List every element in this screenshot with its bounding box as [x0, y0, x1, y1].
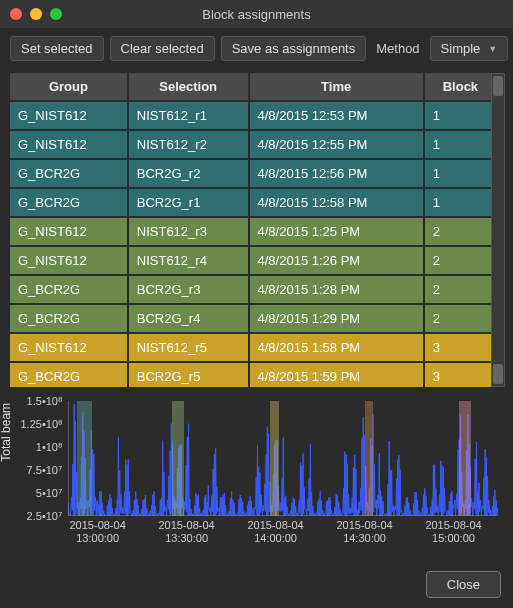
col-block[interactable]: Block [425, 73, 498, 102]
cell-time: 4/8/2015 12:56 PM [250, 160, 425, 189]
cell-selection: NIST612_r2 [129, 131, 250, 160]
cell-selection: BCR2G_r1 [129, 189, 250, 218]
cell-block: 2 [425, 218, 498, 247]
cell-selection: NIST612_r1 [129, 102, 250, 131]
block-band [77, 401, 92, 516]
ytick: 5•10⁷ [36, 487, 62, 500]
cell-selection: NIST612_r5 [129, 334, 250, 363]
cell-time: 4/8/2015 1:26 PM [250, 247, 425, 276]
cell-block: 2 [425, 247, 498, 276]
xtick: 2015-08-0414:00:00 [247, 519, 303, 545]
window-title: Block assignments [0, 7, 513, 22]
minimize-window-icon[interactable] [30, 8, 42, 20]
table-row[interactable]: G_BCR2GBCR2G_r54/8/2015 1:59 PM3 [10, 363, 498, 387]
table-row[interactable]: G_BCR2GBCR2G_r34/8/2015 1:28 PM2 [10, 276, 498, 305]
cell-block: 1 [425, 160, 498, 189]
method-label: Method [372, 41, 423, 56]
close-window-icon[interactable] [10, 8, 22, 20]
ytick: 1•10⁸ [36, 441, 62, 454]
cell-block: 2 [425, 276, 498, 305]
toolbar: Set selected Clear selected Save as assi… [0, 28, 513, 69]
table-row[interactable]: G_NIST612NIST612_r44/8/2015 1:26 PM2 [10, 247, 498, 276]
cell-block: 1 [425, 131, 498, 160]
cell-group: G_NIST612 [10, 334, 129, 363]
cell-group: G_NIST612 [10, 102, 129, 131]
xtick: 2015-08-0413:30:00 [158, 519, 214, 545]
ytick: 1.5•10⁸ [27, 395, 62, 408]
col-time[interactable]: Time [250, 73, 425, 102]
method-value: Simple [441, 41, 481, 56]
table-row[interactable]: G_NIST612NIST612_r14/8/2015 12:53 PM1 [10, 102, 498, 131]
chevron-down-icon: ▼ [488, 44, 497, 54]
cell-time: 4/8/2015 12:58 PM [250, 189, 425, 218]
cell-group: G_BCR2G [10, 276, 129, 305]
table-row[interactable]: G_NIST612NIST612_r54/8/2015 1:58 PM3 [10, 334, 498, 363]
table-row[interactable]: G_BCR2GBCR2G_r24/8/2015 12:56 PM1 [10, 160, 498, 189]
block-band [270, 401, 279, 516]
cell-time: 4/8/2015 1:28 PM [250, 276, 425, 305]
cell-time: 4/8/2015 1:58 PM [250, 334, 425, 363]
cell-group: G_NIST612 [10, 131, 129, 160]
cell-time: 4/8/2015 1:59 PM [250, 363, 425, 387]
xtick: 2015-08-0414:30:00 [336, 519, 392, 545]
table-scrollbar[interactable] [491, 73, 505, 387]
set-selected-button[interactable]: Set selected [10, 36, 104, 61]
table-row[interactable]: G_NIST612NIST612_r24/8/2015 12:55 PM1 [10, 131, 498, 160]
cell-block: 3 [425, 363, 498, 387]
cell-selection: BCR2G_r3 [129, 276, 250, 305]
cell-time: 4/8/2015 1:29 PM [250, 305, 425, 334]
cell-selection: BCR2G_r5 [129, 363, 250, 387]
total-beam-chart: Total beam 2.5•10⁷5•10⁷7.5•10⁷1•10⁸1.25•… [10, 399, 503, 569]
cell-selection: BCR2G_r4 [129, 305, 250, 334]
clear-selected-button[interactable]: Clear selected [110, 36, 215, 61]
block-band [459, 401, 471, 516]
ytick: 2.5•10⁷ [27, 510, 62, 523]
cell-group: G_BCR2G [10, 305, 129, 334]
table-row[interactable]: G_BCR2GBCR2G_r44/8/2015 1:29 PM2 [10, 305, 498, 334]
series-line [68, 404, 498, 516]
save-assignments-button[interactable]: Save as assignments [221, 36, 367, 61]
cell-time: 4/8/2015 12:53 PM [250, 102, 425, 131]
cell-group: G_BCR2G [10, 363, 129, 387]
cell-block: 3 [425, 334, 498, 363]
assignments-table[interactable]: GroupSelectionTimeBlock G_NIST612NIST612… [10, 73, 498, 387]
maximize-window-icon[interactable] [50, 8, 62, 20]
cell-group: G_NIST612 [10, 218, 129, 247]
cell-selection: BCR2G_r2 [129, 160, 250, 189]
cell-group: G_NIST612 [10, 247, 129, 276]
cell-group: G_BCR2G [10, 189, 129, 218]
col-group[interactable]: Group [10, 73, 129, 102]
cell-time: 4/8/2015 1:25 PM [250, 218, 425, 247]
block-band [365, 401, 374, 516]
cell-time: 4/8/2015 12:55 PM [250, 131, 425, 160]
ytick: 1.25•10⁸ [21, 418, 63, 431]
cell-block: 1 [425, 189, 498, 218]
cell-group: G_BCR2G [10, 160, 129, 189]
ytick: 7.5•10⁷ [27, 464, 62, 477]
scroll-up-button[interactable] [493, 76, 503, 96]
xtick: 2015-08-0413:00:00 [70, 519, 126, 545]
close-button[interactable]: Close [426, 571, 501, 598]
xtick: 2015-08-0415:00:00 [425, 519, 481, 545]
block-band [172, 401, 184, 516]
scroll-down-button[interactable] [493, 364, 503, 384]
cell-selection: NIST612_r3 [129, 218, 250, 247]
method-select[interactable]: Simple ▼ [430, 36, 509, 61]
table-row[interactable]: G_BCR2GBCR2G_r14/8/2015 12:58 PM1 [10, 189, 498, 218]
cell-block: 1 [425, 102, 498, 131]
table-row[interactable]: G_NIST612NIST612_r34/8/2015 1:25 PM2 [10, 218, 498, 247]
cell-selection: NIST612_r4 [129, 247, 250, 276]
col-selection[interactable]: Selection [129, 73, 250, 102]
cell-block: 2 [425, 305, 498, 334]
